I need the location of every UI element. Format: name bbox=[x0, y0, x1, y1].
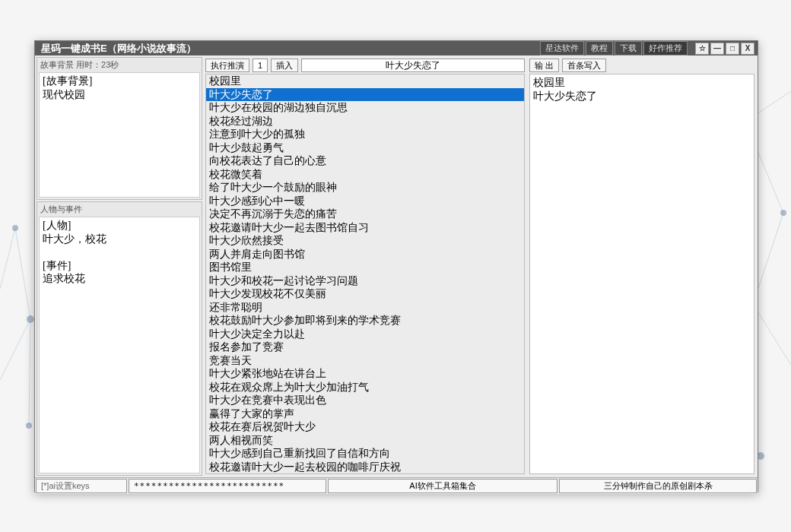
characters-events-header: 人物与事件 bbox=[37, 202, 202, 217]
svg-line-7 bbox=[0, 228, 15, 289]
story-line-row[interactable]: 叶大少感到心中一暖 bbox=[206, 195, 524, 208]
characters-events-text[interactable]: [人物] 叶大少，校花 [事件] 追求校花 bbox=[39, 217, 200, 473]
pin-button[interactable]: ☆ bbox=[695, 43, 709, 55]
story-line-row[interactable]: 校花在观众席上为叶大少加油打气 bbox=[206, 381, 524, 394]
story-line-row[interactable]: 报名参加了竞赛 bbox=[206, 340, 524, 354]
story-line-row[interactable]: 两人相视而笑 bbox=[206, 434, 524, 448]
svg-point-17 bbox=[12, 225, 18, 231]
story-line-row[interactable]: 两人并肩走向图书馆 bbox=[206, 248, 524, 261]
write-first-button[interactable]: 首条写入 bbox=[562, 59, 606, 72]
story-line-row[interactable]: 校花经过湖边 bbox=[206, 115, 524, 128]
story-line-row[interactable]: 校花鼓励叶大少参加即将到来的学术竞赛 bbox=[206, 314, 524, 328]
story-line-row[interactable]: 叶大少决定全力以赴 bbox=[206, 328, 524, 341]
story-line-row[interactable]: 叶大少在校园的湖边独自沉思 bbox=[206, 101, 524, 115]
story-line-row[interactable]: 叶大少紧张地站在讲台上 bbox=[206, 367, 524, 381]
story-background-panel: 故事背景 用时：23秒 [故事背景] 现代校园 bbox=[37, 57, 202, 200]
run-button[interactable]: 执行推演 bbox=[205, 59, 249, 72]
story-line-row[interactable]: 图书馆里 bbox=[206, 261, 524, 274]
svg-line-10 bbox=[29, 319, 30, 426]
svg-line-4 bbox=[753, 304, 791, 365]
make-script-button[interactable]: 三分钟制作自己的原创剧本杀 bbox=[559, 479, 757, 493]
link-recommend[interactable]: 好作推荐 bbox=[643, 41, 688, 55]
story-background-text[interactable]: [故事背景] 现代校园 bbox=[39, 72, 200, 198]
output-text[interactable]: 校园里 叶大少失恋了 bbox=[529, 74, 754, 474]
story-line-row[interactable]: 叶大少欣然接受 bbox=[206, 234, 524, 248]
titlebar-links: 星达软件 教程 下载 好作推荐 bbox=[540, 41, 688, 55]
svg-point-18 bbox=[27, 315, 34, 323]
story-line-row[interactable]: 竞赛当天 bbox=[206, 354, 524, 368]
story-line-row[interactable]: 向校花表达了自己的心意 bbox=[206, 154, 524, 168]
left-column: 故事背景 用时：23秒 [故事背景] 现代校园 人物与事件 [人物] 叶大少，校… bbox=[37, 57, 202, 476]
story-line-row[interactable]: 校花邀请叶大少一起去校园的咖啡厅庆祝 bbox=[206, 461, 524, 474]
app-window: 星码一键成书E（网络小说故事流） 星达软件 教程 下载 好作推荐 ☆ — □ X… bbox=[34, 40, 758, 492]
story-line-row[interactable]: 叶大少发现校花不仅美丽 bbox=[206, 287, 524, 301]
output-button[interactable]: 输 出 bbox=[529, 59, 559, 72]
story-line-row[interactable]: 赢得了大家的掌声 bbox=[206, 407, 524, 421]
titlebar: 星码一键成书E（网络小说故事流） 星达软件 教程 下载 好作推荐 ☆ — □ X bbox=[35, 41, 758, 55]
window-title: 星码一键成书E（网络小说故事流） bbox=[41, 42, 540, 55]
story-line-row[interactable]: 叶大少和校花一起讨论学习问题 bbox=[206, 274, 524, 288]
link-download[interactable]: 下载 bbox=[615, 41, 642, 55]
story-line-row[interactable]: 给了叶大少一个鼓励的眼神 bbox=[206, 181, 524, 195]
topic-input[interactable] bbox=[301, 59, 525, 72]
api-key-field[interactable]: ************************** bbox=[129, 479, 326, 493]
main-row: 故事背景 用时：23秒 [故事背景] 现代校园 人物与事件 [人物] 叶大少，校… bbox=[35, 55, 758, 477]
window-controls: ☆ — □ X bbox=[695, 43, 754, 55]
svg-point-19 bbox=[26, 423, 32, 429]
story-line-row[interactable]: 校花邀请叶大少一起去图书馆自习 bbox=[206, 221, 524, 235]
ai-keys-button[interactable]: [*]ai设置keys bbox=[36, 479, 127, 493]
middle-column: 执行推演 插入 校园里叶大少失恋了叶大少在校园的湖边独自沉思校花经过湖边注意到叶… bbox=[204, 57, 526, 476]
story-line-row[interactable]: 校花在赛后祝贺叶大少 bbox=[206, 420, 524, 434]
minimize-button[interactable]: — bbox=[710, 43, 724, 55]
link-software[interactable]: 星达软件 bbox=[540, 41, 584, 55]
footer: [*]ai设置keys ************************** A… bbox=[35, 477, 758, 494]
svg-line-8 bbox=[15, 228, 30, 319]
story-line-row[interactable]: 注意到叶大少的孤独 bbox=[206, 128, 524, 141]
count-input[interactable] bbox=[253, 59, 268, 72]
story-line-row[interactable]: 叶大少在竞赛中表现出色 bbox=[206, 394, 524, 407]
story-line-row[interactable]: 校花微笑着 bbox=[206, 168, 524, 182]
middle-toolbar: 执行推演 插入 bbox=[204, 57, 526, 74]
characters-events-panel: 人物与事件 [人物] 叶大少，校花 [事件] 追求校花 bbox=[37, 201, 202, 476]
story-line-row[interactable]: 还非常聪明 bbox=[206, 301, 524, 315]
maximize-button[interactable]: □ bbox=[726, 43, 739, 55]
close-button[interactable]: X bbox=[741, 43, 754, 55]
svg-line-9 bbox=[0, 319, 30, 380]
link-tutorial[interactable]: 教程 bbox=[586, 41, 613, 55]
right-column: 输 出 首条写入 校园里 叶大少失恋了 bbox=[528, 57, 756, 476]
story-line-row[interactable]: 叶大少感到自己重新找回了自信和方向 bbox=[206, 447, 524, 461]
right-toolbar: 输 出 首条写入 bbox=[528, 57, 756, 74]
window-body: 故事背景 用时：23秒 [故事背景] 现代校园 人物与事件 [人物] 叶大少，校… bbox=[35, 55, 758, 494]
story-line-row[interactable]: 叶大少鼓起勇气 bbox=[206, 141, 524, 155]
story-line-row[interactable]: 叶大少失恋了 bbox=[206, 88, 524, 102]
story-line-list[interactable]: 校园里叶大少失恋了叶大少在校园的湖边独自沉思校花经过湖边注意到叶大少的孤独叶大少… bbox=[205, 74, 525, 474]
story-line-row[interactable]: 校园里 bbox=[206, 74, 524, 88]
ai-toolbox-button[interactable]: AI软件工具箱集合 bbox=[328, 479, 558, 493]
insert-button[interactable]: 插入 bbox=[271, 59, 298, 72]
story-line-row[interactable]: 决定不再沉溺于失恋的痛苦 bbox=[206, 207, 524, 221]
svg-point-13 bbox=[780, 210, 786, 216]
story-background-header: 故事背景 用时：23秒 bbox=[37, 58, 202, 72]
